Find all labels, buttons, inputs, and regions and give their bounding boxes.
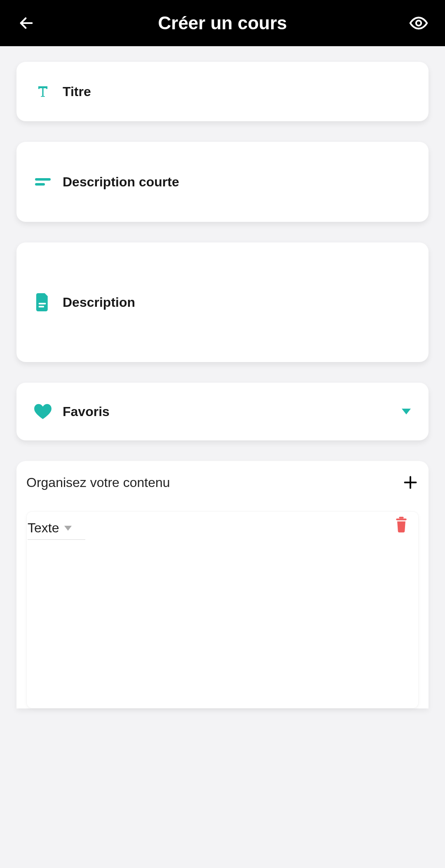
organize-content-card: Organisez votre contenu Texte [16,461,429,708]
organize-heading: Organisez votre contenu [26,475,170,490]
organize-header-row: Organisez votre contenu [26,470,419,495]
back-arrow-icon[interactable] [16,13,36,33]
title-field-label: Titre [63,84,91,99]
content-area: Titre Description courte Description [0,46,445,708]
svg-marker-9 [64,526,72,531]
content-block: Texte [26,511,419,708]
svg-rect-3 [35,183,45,186]
favorites-dropdown-card[interactable]: Favoris [16,383,429,440]
short-description-label: Description courte [63,174,179,190]
favorites-label: Favoris [63,404,110,419]
add-block-button[interactable] [402,474,419,491]
title-field-card[interactable]: Titre [16,62,429,121]
svg-rect-5 [39,306,44,308]
svg-rect-10 [399,517,403,518]
description-field-card[interactable]: Description [16,242,429,362]
block-type-label: Texte [28,520,59,536]
preview-eye-icon[interactable] [409,13,429,33]
heart-icon [34,402,52,421]
document-icon [34,293,52,311]
description-label: Description [63,295,135,310]
block-type-selector[interactable]: Texte [28,517,85,540]
page-title: Créer un cours [36,13,409,33]
svg-point-1 [416,21,421,26]
delete-block-button[interactable] [394,517,408,533]
chevron-down-icon [64,524,72,532]
app-header: Créer un cours [0,0,445,46]
svg-rect-4 [39,303,46,304]
svg-marker-6 [402,409,411,414]
svg-rect-11 [396,518,407,520]
short-text-icon [34,173,52,191]
dropdown-caret-icon[interactable] [401,407,411,416]
short-description-field-card[interactable]: Description courte [16,142,429,222]
svg-rect-2 [35,178,51,181]
title-icon [34,82,52,101]
